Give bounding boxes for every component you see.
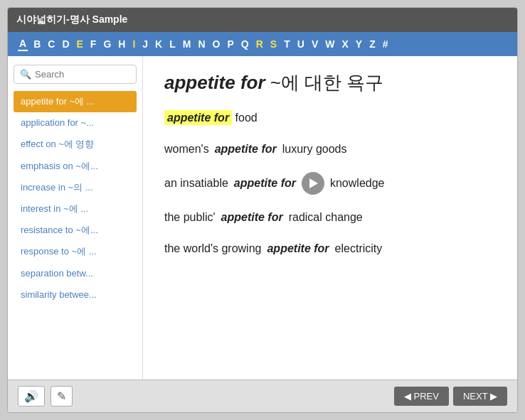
alpha-letter-v[interactable]: V <box>310 38 319 50</box>
alpha-letter-n[interactable]: N <box>196 38 206 50</box>
play-triangle-icon <box>309 178 318 188</box>
example-prefix: an insatiable <box>164 175 228 192</box>
example-suffix: radical change <box>289 209 363 226</box>
search-box[interactable]: 🔍 <box>14 65 137 84</box>
sidebar-item-4[interactable]: increase in ~의 ... <box>14 177 137 198</box>
example-highlight: appetite for food <box>164 109 258 126</box>
example-bold-phrase: appetite for <box>221 209 283 226</box>
search-icon: 🔍 <box>20 69 31 80</box>
audio-button[interactable]: 🔊 <box>18 386 45 406</box>
alpha-letter-m[interactable]: M <box>181 38 193 50</box>
sidebar-item-2[interactable]: effect on ~에 영향 <box>14 134 137 155</box>
alpha-letter-g[interactable]: G <box>102 38 112 50</box>
entry-phrase: appetite for <box>164 72 265 93</box>
bottom-bar: 🔊 ✎ ◀ PREV NEXT ▶ <box>8 379 517 412</box>
alpha-letter-w[interactable]: W <box>324 38 336 50</box>
example-bold-phrase: appetite for <box>267 240 329 257</box>
alpha-letter-y[interactable]: Y <box>354 38 364 50</box>
example-suffix: electricity <box>335 240 383 257</box>
alpha-letter-f[interactable]: F <box>89 38 98 50</box>
example-line-2: women's appetite for luxury goods <box>164 141 496 158</box>
main-content: 🔍 appetite for ~에 ...application for ~..… <box>8 56 517 379</box>
sidebar-item-1[interactable]: application for ~... <box>14 112 137 134</box>
alpha-letter-c[interactable]: C <box>46 38 56 50</box>
alpha-letter-e[interactable]: E <box>75 38 85 50</box>
sidebar-item-0[interactable]: appetite for ~에 ... <box>14 91 137 112</box>
example-prefix: the world's growing <box>164 240 261 257</box>
alpha-letter-j[interactable]: J <box>141 38 149 50</box>
example-line-3: an insatiable appetite for knowledge <box>164 172 496 195</box>
alpha-letter-s[interactable]: S <box>269 38 278 50</box>
example-prefix: the public' <box>164 209 216 226</box>
sidebar-list: appetite for ~에 ...application for ~...e… <box>14 91 137 306</box>
main-window: 시야넓히기-명사 Sample ABCDEFGHIJKLMNOPQRSTUVWX… <box>7 7 518 413</box>
example-bold-phrase: appetite for <box>215 141 277 158</box>
example-line-1: appetite for food <box>164 109 496 126</box>
example-line-5: the world's growing appetite for electri… <box>164 240 496 257</box>
examples-list: appetite for foodwomen's appetite for lu… <box>164 109 496 257</box>
example-line-4: the public' appetite for radical change <box>164 209 496 226</box>
alpha-letter-q[interactable]: Q <box>240 38 250 50</box>
alphabet-bar: ABCDEFGHIJKLMNOPQRSTUVWXYZ# <box>8 32 517 56</box>
sidebar: 🔍 appetite for ~에 ...application for ~..… <box>8 56 143 379</box>
alpha-letter-k[interactable]: K <box>154 38 164 50</box>
entry-korean: ~에 대한 욕구 <box>270 72 384 93</box>
alpha-letter-o[interactable]: O <box>211 38 222 50</box>
alpha-letter-x[interactable]: X <box>340 38 349 50</box>
alpha-letter-l[interactable]: L <box>168 38 177 50</box>
sidebar-item-5[interactable]: interest in ~에 ... <box>14 198 137 220</box>
entry-title: appetite for ~에 대한 욕구 <box>164 70 496 95</box>
example-prefix: women's <box>164 141 209 158</box>
search-input[interactable] <box>35 69 130 80</box>
sidebar-item-3[interactable]: emphasis on ~에... <box>14 156 137 177</box>
example-bold-phrase: appetite for <box>234 175 296 192</box>
alpha-letter-t[interactable]: T <box>282 38 292 50</box>
bottom-left-controls: 🔊 ✎ <box>18 386 73 406</box>
title-text: 시야넓히기-명사 Sample <box>16 14 127 25</box>
next-button[interactable]: NEXT ▶ <box>453 387 507 406</box>
title-bar: 시야넓히기-명사 Sample <box>8 8 517 32</box>
nav-buttons: ◀ PREV NEXT ▶ <box>394 387 507 406</box>
alpha-letter-r[interactable]: R <box>255 38 265 50</box>
sidebar-item-9[interactable]: similarity betwee... <box>14 284 137 306</box>
alpha-letter-b[interactable]: B <box>32 38 42 50</box>
sidebar-item-6[interactable]: resistance to ~에... <box>14 220 137 241</box>
sidebar-item-8[interactable]: separation betw... <box>14 263 137 284</box>
alpha-letter-z[interactable]: Z <box>368 38 377 50</box>
caption-button[interactable]: ✎ <box>51 386 73 406</box>
prev-button[interactable]: ◀ PREV <box>394 387 449 406</box>
alpha-letter-a[interactable]: A <box>18 37 28 51</box>
alpha-letter-#[interactable]: # <box>381 38 390 50</box>
alpha-letter-p[interactable]: P <box>226 38 235 50</box>
example-suffix: knowledge <box>330 175 385 192</box>
play-button[interactable] <box>302 172 324 195</box>
sidebar-item-7[interactable]: response to ~에 ... <box>14 241 137 262</box>
alpha-letter-u[interactable]: U <box>296 38 306 50</box>
content-area: appetite for ~에 대한 욕구 appetite for foodw… <box>143 56 517 379</box>
alpha-letter-h[interactable]: H <box>117 38 127 50</box>
alpha-letter-d[interactable]: D <box>60 38 70 50</box>
example-suffix: luxury goods <box>282 141 347 158</box>
alpha-letter-i[interactable]: I <box>131 38 137 50</box>
